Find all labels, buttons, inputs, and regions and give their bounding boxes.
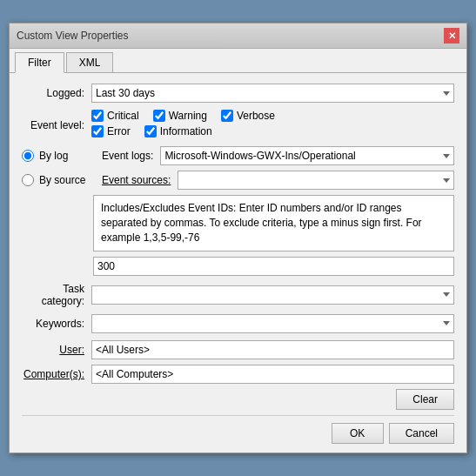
- by-log-row: By log Event logs: Microsoft-Windows-GWX…: [22, 146, 454, 165]
- warning-label: Warning: [169, 110, 207, 122]
- computers-input[interactable]: [91, 365, 454, 384]
- logged-row: Logged: Last 30 days: [22, 84, 454, 103]
- event-level-label: Event level:: [22, 119, 91, 131]
- close-button[interactable]: ✕: [444, 28, 459, 44]
- verbose-label: Verbose: [237, 110, 275, 122]
- error-checkbox[interactable]: [91, 125, 104, 137]
- by-source-row: By source Event sources:: [22, 171, 454, 190]
- information-label: Information: [160, 125, 212, 137]
- event-logs-dropdown[interactable]: Microsoft-Windows-GWX-Ins/Operational: [160, 146, 454, 165]
- tab-filter[interactable]: Filter: [15, 52, 64, 73]
- error-label: Error: [107, 125, 131, 137]
- task-category-row: Task category:: [22, 283, 454, 307]
- event-sources-label: Event sources:: [102, 174, 171, 186]
- user-label: User:: [22, 344, 91, 356]
- clear-button[interactable]: Clear: [396, 389, 454, 410]
- dialog: Custom View Properties ✕ Filter XML Logg…: [9, 23, 467, 453]
- keywords-row: Keywords:: [22, 314, 454, 333]
- computers-label: Computer(s):: [22, 368, 91, 380]
- tab-xml[interactable]: XML: [66, 52, 114, 72]
- keywords-dropdown[interactable]: [91, 314, 454, 333]
- cancel-button[interactable]: Cancel: [389, 423, 454, 444]
- task-category-label: Task category:: [22, 283, 91, 307]
- critical-label: Critical: [107, 110, 139, 122]
- by-source-radio[interactable]: [22, 174, 34, 186]
- logged-label: Logged:: [22, 87, 91, 99]
- information-checkbox-label[interactable]: Information: [144, 125, 212, 137]
- warning-checkbox[interactable]: [153, 110, 165, 122]
- checkboxes-group: Critical Warning Verbose Error: [91, 110, 289, 141]
- critical-checkbox[interactable]: [91, 110, 104, 122]
- event-sources-dropdown[interactable]: [178, 171, 454, 190]
- verbose-checkbox-label[interactable]: Verbose: [221, 110, 275, 122]
- by-source-label: By source: [39, 174, 102, 186]
- radio-section: By log Event logs: Microsoft-Windows-GWX…: [22, 146, 454, 190]
- warning-checkbox-label[interactable]: Warning: [153, 110, 207, 122]
- clear-row: Clear: [22, 389, 454, 410]
- event-level-row: Event level: Critical Warning Verbose: [22, 110, 454, 141]
- event-logs-label: Event logs:: [102, 150, 153, 162]
- information-checkbox[interactable]: [144, 125, 157, 137]
- filter-content: Logged: Last 30 days Event level: Critic…: [10, 73, 466, 452]
- by-log-label: By log: [39, 150, 102, 162]
- logged-dropdown[interactable]: Last 30 days: [91, 84, 454, 103]
- event-id-input[interactable]: [93, 257, 454, 276]
- computers-row: Computer(s):: [22, 365, 454, 384]
- by-log-radio[interactable]: [22, 150, 34, 162]
- title-bar: Custom View Properties ✕: [10, 23, 466, 49]
- event-id-section: [93, 257, 454, 276]
- dialog-title: Custom View Properties: [17, 30, 129, 42]
- user-input[interactable]: [91, 340, 454, 359]
- user-row: User:: [22, 340, 454, 359]
- keywords-label: Keywords:: [22, 318, 91, 330]
- critical-checkbox-label[interactable]: Critical: [91, 110, 139, 122]
- tabs-bar: Filter XML: [10, 49, 466, 73]
- checkbox-row-2: Error Information: [91, 125, 289, 137]
- action-buttons: OK Cancel: [22, 423, 454, 444]
- task-category-dropdown[interactable]: [91, 285, 454, 305]
- description-box: Includes/Excludes Event IDs: Enter ID nu…: [93, 195, 454, 251]
- error-checkbox-label[interactable]: Error: [91, 125, 131, 137]
- checkbox-row-1: Critical Warning Verbose: [91, 110, 289, 122]
- ok-button[interactable]: OK: [332, 423, 384, 444]
- verbose-checkbox[interactable]: [221, 110, 233, 122]
